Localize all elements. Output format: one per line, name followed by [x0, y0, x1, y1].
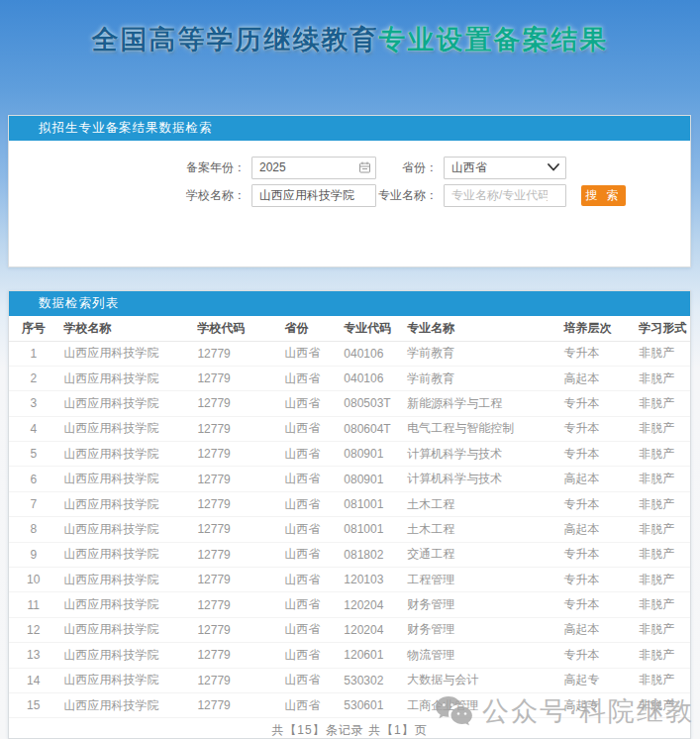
search-panel: 拟招生专业备案结果数据检索 备案年份： 省份： 山西省 学校名称：	[8, 115, 691, 267]
table-cell: 530302	[338, 668, 401, 692]
table-row: 14山西应用科技学院12779山西省530302大数据与会计高起专非脱产	[9, 668, 690, 692]
table-cell: 081802	[338, 542, 401, 567]
table-cell: 080901	[338, 467, 401, 491]
table-row: 11山西应用科技学院12779山西省120204财务管理专升本非脱产	[9, 592, 690, 617]
table-cell: 非脱产	[633, 592, 690, 617]
table-cell: 120204	[338, 592, 401, 617]
table-cell: 山西省	[278, 341, 338, 366]
search-button[interactable]: 搜 索	[581, 185, 626, 206]
table-cell: 非脱产	[633, 568, 690, 592]
table-cell: 山西省	[278, 442, 338, 467]
column-header: 序号	[9, 316, 58, 341]
table-cell: 山西省	[278, 416, 338, 441]
major-name-label: 专业名称：	[376, 187, 444, 204]
table-cell: 080604T	[338, 416, 401, 441]
table-cell: 5	[9, 442, 58, 467]
table-cell: 山西应用科技学院	[58, 391, 192, 416]
table-cell: 高起专	[557, 668, 633, 692]
table-cell: 3	[9, 391, 58, 416]
table-cell: 081001	[338, 517, 401, 542]
table-cell: 1	[9, 341, 58, 366]
table-cell: 12779	[191, 467, 278, 491]
table-cell: 山西应用科技学院	[58, 568, 192, 592]
table-cell: 12779	[191, 491, 278, 516]
results-table: 序号学校名称学校代码省份专业代码专业名称培养层次学习形式 1山西应用科技学院12…	[9, 316, 690, 718]
table-cell: 高起专	[557, 692, 633, 717]
school-name-label: 学校名称：	[9, 187, 251, 204]
table-cell: 专升本	[557, 592, 633, 617]
table-cell: 计算机科学与技术	[401, 442, 557, 467]
table-cell: 14	[9, 668, 58, 692]
table-cell: 高起本	[557, 366, 633, 390]
table-cell: 非脱产	[633, 542, 690, 567]
table-row: 13山西应用科技学院12779山西省120601物流管理专升本非脱产	[9, 643, 690, 668]
table-cell: 山西应用科技学院	[58, 416, 192, 441]
table-cell: 非脱产	[633, 341, 690, 366]
table-row: 8山西应用科技学院12779山西省081001土木工程高起本非脱产	[9, 517, 690, 542]
table-cell: 工程管理	[401, 568, 557, 592]
table-cell: 山西应用科技学院	[58, 467, 192, 491]
table-cell: 山西省	[278, 692, 338, 717]
table-cell: 山西省	[278, 391, 338, 416]
table-cell: 10	[9, 568, 58, 592]
table-cell: 山西应用科技学院	[58, 517, 192, 542]
table-row: 3山西应用科技学院12779山西省080503T新能源科学与工程专升本非脱产	[9, 391, 690, 416]
table-cell: 工商企业管理	[401, 692, 557, 717]
table-cell: 12779	[191, 391, 278, 416]
school-name-input[interactable]	[251, 184, 376, 207]
table-cell: 新能源科学与工程	[401, 391, 557, 416]
table-cell: 非脱产	[633, 668, 690, 692]
table-cell: 山西应用科技学院	[58, 542, 192, 567]
table-cell: 土木工程	[401, 491, 557, 516]
column-header: 学校名称	[58, 316, 192, 341]
table-cell: 土木工程	[401, 517, 557, 542]
table-cell: 山西省	[278, 643, 338, 668]
table-cell: 040106	[338, 341, 401, 366]
table-cell: 2	[9, 366, 58, 390]
table-cell: 4	[9, 416, 58, 441]
table-row: 2山西应用科技学院12779山西省040106学前教育高起本非脱产	[9, 366, 690, 390]
table-cell: 12779	[191, 366, 278, 390]
table-row: 7山西应用科技学院12779山西省081001土木工程专升本非脱产	[9, 491, 690, 516]
table-cell: 高起本	[557, 617, 633, 642]
table-cell: 山西省	[278, 467, 338, 491]
major-name-input[interactable]	[444, 184, 566, 207]
results-panel: 数据检索列表 序号学校名称学校代码省份专业代码专业名称培养层次学习形式 1山西应…	[8, 290, 691, 739]
table-cell: 12	[9, 617, 58, 642]
table-cell: 非脱产	[633, 491, 690, 516]
table-cell: 非脱产	[633, 643, 690, 668]
table-cell: 080901	[338, 442, 401, 467]
page-title-main: 全国高等学历继续教育	[92, 25, 379, 54]
table-cell: 15	[9, 692, 58, 717]
table-cell: 计算机科学与技术	[401, 467, 557, 491]
table-row: 4山西应用科技学院12779山西省080604T电气工程与智能控制专升本非脱产	[9, 416, 690, 441]
pagination-summary: 共【15】条记录 共【1】页	[9, 722, 690, 739]
table-cell: 120601	[338, 643, 401, 668]
table-cell: 高起本	[557, 467, 633, 491]
province-label: 省份：	[376, 159, 444, 176]
table-cell: 9	[9, 542, 58, 567]
calendar-icon[interactable]	[358, 161, 371, 174]
table-cell: 非脱产	[633, 617, 690, 642]
table-cell: 专升本	[557, 568, 633, 592]
search-panel-header: 拟招生专业备案结果数据检索	[9, 116, 690, 141]
table-cell: 12779	[191, 568, 278, 592]
table-cell: 12779	[191, 692, 278, 717]
table-cell: 非脱产	[633, 391, 690, 416]
table-cell: 非脱产	[633, 416, 690, 441]
chevron-down-icon	[548, 163, 559, 171]
table-cell: 山西应用科技学院	[58, 592, 192, 617]
table-row: 10山西应用科技学院12779山西省120103工程管理专升本非脱产	[9, 568, 690, 592]
table-cell: 学前教育	[401, 366, 557, 390]
table-cell: 交通工程	[401, 542, 557, 567]
form-row-1: 备案年份： 省份： 山西省	[9, 156, 690, 179]
table-cell: 120204	[338, 617, 401, 642]
table-cell: 12779	[191, 442, 278, 467]
filing-year-label: 备案年份：	[9, 159, 251, 176]
table-cell: 11	[9, 592, 58, 617]
table-cell: 山西省	[278, 517, 338, 542]
table-cell: 山西省	[278, 592, 338, 617]
table-header-row: 序号学校名称学校代码省份专业代码专业名称培养层次学习形式	[9, 316, 690, 341]
table-cell: 山西应用科技学院	[58, 491, 192, 516]
table-cell: 山西应用科技学院	[58, 643, 192, 668]
